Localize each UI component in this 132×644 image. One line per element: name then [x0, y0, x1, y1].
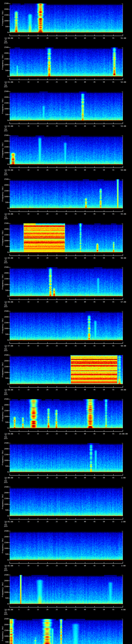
x-axis-tick [123, 606, 123, 607]
x-axis-tick [66, 254, 66, 256]
x-tick-label: 40 [82, 81, 88, 83]
y-tick-label: 2500 [2, 134, 8, 136]
y-axis-tick [9, 554, 10, 554]
y-axis-tick [9, 498, 10, 499]
x-axis-date-line: 2014 [2, 218, 10, 220]
x-tick-label: 10 [26, 213, 31, 215]
x-axis-tick [113, 606, 114, 607]
y-tick-label: 1500 [2, 366, 8, 368]
x-axis-tick [10, 122, 10, 124]
y-axis-tick [9, 240, 10, 241]
x-tick-label: 55 [110, 37, 116, 39]
x-axis-tick [113, 474, 114, 475]
x-axis-tick [123, 430, 123, 431]
y-axis-label: Frequency (Hz) [2, 142, 4, 158]
x-tick-label: 35 [73, 520, 78, 522]
x-tick-label: 50 [101, 608, 107, 610]
x-axis-tick [76, 298, 76, 300]
x-tick-label: 45 [92, 565, 97, 566]
x-axis-tick [28, 606, 28, 607]
x-tick-label: 35 [73, 565, 78, 566]
x-tick-label: 35 [73, 257, 78, 259]
x-axis-end-time: 51:00 [116, 37, 131, 39]
x-tick-label: 45 [92, 433, 97, 435]
x-axis-tick [104, 35, 104, 36]
x-tick-label: 15 [35, 345, 41, 347]
x-axis-tick [66, 562, 66, 563]
x-tick-label: 40 [82, 477, 88, 478]
y-tick-label: 0 [2, 207, 8, 209]
y-axis-tick [9, 284, 10, 285]
y-axis-tick [9, 410, 10, 411]
y-axis-label: Frequency (Hz) [2, 186, 4, 202]
x-tick-label: 40 [82, 345, 88, 347]
x-tick-label: 40 [82, 608, 88, 610]
x-tick-label: 30 [63, 81, 69, 83]
x-tick-label: 20 [44, 257, 50, 259]
y-tick-label: 1000 [2, 240, 8, 242]
y-tick-label: 1500 [2, 234, 8, 236]
x-tick-label: 5 [16, 301, 22, 303]
x-axis-line [10, 563, 123, 564]
x-tick-label: 25 [54, 301, 60, 303]
y-axis-tick [9, 191, 10, 191]
y-axis-tick [9, 147, 10, 147]
x-axis-tick [94, 386, 95, 387]
x-tick-label: 5 [16, 608, 22, 610]
y-tick-label: 0 [2, 295, 8, 297]
y-axis-tick [9, 317, 10, 317]
y-tick-label: 1000 [2, 416, 8, 418]
x-axis-tick [66, 298, 66, 300]
y-tick-label: 0 [2, 427, 8, 429]
x-axis-tick [57, 122, 57, 124]
x-axis-tick [123, 34, 123, 36]
x-axis-date-line: 2014 [2, 350, 10, 352]
x-tick-label: 15 [35, 389, 41, 391]
x-tick-label: 30 [63, 389, 69, 391]
y-tick-label: 1500 [2, 278, 8, 280]
x-tick-label: 10 [26, 301, 31, 303]
spectrogram-canvas [10, 619, 123, 644]
y-axis-tick [9, 548, 10, 548]
y-tick-label: 500 [2, 290, 8, 291]
x-axis-tick [10, 78, 10, 80]
x-tick-label: 35 [73, 389, 78, 391]
spectrogram-canvas [10, 443, 123, 472]
x-tick-label: 25 [54, 477, 60, 478]
x-axis-tick [94, 518, 95, 519]
x-axis-end-time: 59:00 [116, 389, 131, 391]
y-axis-tick [9, 405, 10, 405]
x-tick-label: 25 [54, 257, 60, 259]
x-tick-label: 15 [35, 520, 41, 522]
x-axis-line [10, 124, 123, 124]
y-axis-tick [9, 290, 10, 290]
spectrogram-canvas [10, 223, 123, 252]
y-axis-tick [9, 378, 10, 378]
x-tick-label: 25 [54, 81, 60, 83]
x-tick-label: 25 [54, 169, 60, 171]
y-tick-label: 1000 [2, 591, 8, 593]
x-axis-tick [85, 342, 85, 344]
y-axis-tick [9, 21, 10, 21]
x-tick-label: 10 [26, 608, 31, 610]
x-axis-tick [123, 210, 123, 212]
y-axis-tick [9, 273, 10, 273]
x-axis-tick [94, 210, 95, 212]
x-axis-tick [76, 430, 76, 431]
y-tick-label: 1500 [2, 102, 8, 104]
x-axis-tick [28, 298, 28, 300]
x-axis-tick [104, 474, 104, 475]
x-axis-tick [57, 518, 57, 519]
x-axis-tick [28, 386, 28, 387]
x-axis-tick [66, 78, 66, 80]
y-axis-tick [9, 355, 10, 355]
x-tick-label: 55 [110, 520, 116, 522]
x-tick-label: 5 [16, 389, 22, 391]
x-axis-tick [123, 386, 123, 387]
x-axis-tick [19, 562, 19, 563]
x-axis-tick [113, 386, 114, 387]
x-tick-label: 20 [44, 433, 50, 435]
x-tick-label: 45 [92, 169, 97, 171]
x-tick-label: 15 [35, 125, 41, 127]
x-axis-tick [47, 430, 48, 431]
